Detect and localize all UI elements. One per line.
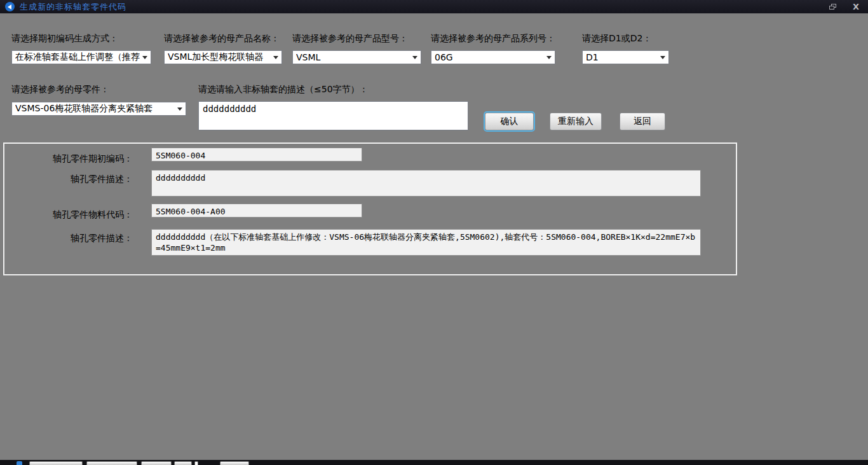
label-initial-code-method: 请选择期初编码生成方式：: [11, 33, 118, 45]
label-initial-part-code: 轴孔零件期初编码：: [12, 153, 133, 165]
taskbar-item[interactable]: [174, 461, 192, 465]
label-parent-product-model: 请选择被参考的母产品型号：: [292, 33, 408, 45]
chevron-down-icon: [142, 56, 147, 59]
combo-value: VSML: [296, 52, 410, 62]
combo-value: D1: [586, 52, 658, 62]
combo-parent-product-series[interactable]: 06G: [431, 50, 555, 64]
restore-window-icon: [829, 4, 836, 10]
label-parent-product-series: 请选择被参考的母产品系列号：: [431, 33, 555, 45]
field-initial-part-code: 5SM060-004: [151, 148, 362, 162]
field-part-description-1: dddddddddd: [151, 170, 701, 197]
back-button[interactable]: 返回: [620, 113, 665, 130]
combo-parent-product-model[interactable]: VSML: [292, 50, 421, 64]
label-description-input: 请选请输入非标轴套的描述（≤50字节）：: [198, 84, 369, 95]
result-groupbox: 轴孔零件期初编码： 5SM060-004 轴孔零件描述： dddddddddd …: [3, 142, 737, 275]
back-arrow-icon: [5, 2, 15, 11]
combo-value: 06G: [435, 52, 544, 62]
confirm-button[interactable]: 确认: [485, 113, 534, 130]
combo-parent-part[interactable]: VSMS-06梅花联轴器分离夹紧轴套: [11, 102, 186, 116]
label-parent-part: 请选择被参考的母零件：: [11, 84, 109, 95]
chevron-down-icon: [177, 108, 182, 111]
combo-parent-product-name[interactable]: VSML加长型梅花联轴器: [164, 50, 282, 64]
combo-initial-code-method[interactable]: 在标准轴套基础上作调整（推荐: [11, 50, 151, 64]
chevron-down-icon: [273, 56, 278, 59]
taskbar-item[interactable]: [29, 461, 83, 465]
chevron-down-icon: [660, 56, 665, 59]
close-icon: X: [853, 2, 859, 11]
combo-value: 在标准轴套基础上作调整（推荐: [15, 52, 140, 63]
label-part-description-2: 轴孔零件描述：: [12, 233, 133, 244]
close-button[interactable]: X: [848, 1, 864, 12]
restore-window-button[interactable]: [824, 1, 841, 12]
taskbar-start-fragment[interactable]: [17, 461, 22, 465]
field-part-description-2: dddddddddd（在以下标准轴套基础上作修改：VSMS-06梅花联轴器分离夹…: [151, 229, 701, 256]
taskbar-item[interactable]: [194, 461, 198, 465]
reinput-button[interactable]: 重新输入: [550, 113, 602, 130]
taskbar-item[interactable]: [141, 461, 172, 465]
taskbar: [0, 460, 868, 465]
label-parent-product-name: 请选择被参考的母产品名称：: [164, 33, 280, 45]
window-title: 生成新的非标轴套零件代码: [20, 1, 126, 13]
combo-value: VSMS-06梅花联轴器分离夹紧轴套: [15, 103, 175, 115]
title-bar: 生成新的非标轴套零件代码 X: [0, 0, 868, 13]
description-input[interactable]: dddddddddd: [198, 101, 468, 130]
label-d1-or-d2: 请选择D1或D2：: [582, 33, 651, 45]
chevron-down-icon: [546, 56, 552, 59]
combo-value: VSML加长型梅花联轴器: [168, 52, 271, 63]
label-part-material-code: 轴孔零件物料代码：: [12, 209, 133, 221]
field-part-material-code: 5SM060-004-A00: [151, 204, 362, 218]
taskbar-item[interactable]: [86, 461, 137, 465]
label-part-description-1: 轴孔零件描述：: [12, 174, 133, 185]
combo-d1-or-d2[interactable]: D1: [582, 50, 669, 64]
taskbar-item[interactable]: [220, 461, 249, 465]
chevron-down-icon: [412, 56, 417, 59]
